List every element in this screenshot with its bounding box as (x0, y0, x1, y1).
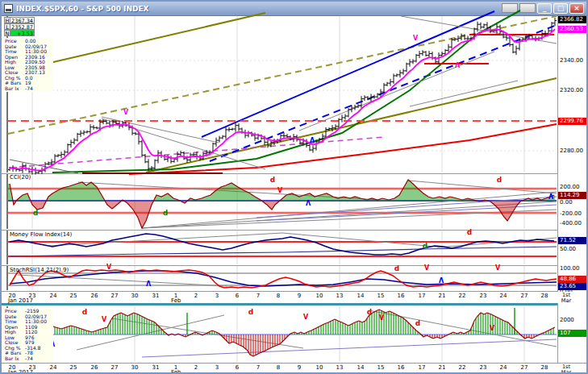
time-axis-bottom[interactable]: 2023242526273031123678910131415161721222… (2, 364, 588, 374)
data-window-main: Price0.00Date02/09/17Time11:30:00Open230… (3, 38, 53, 92)
quote-row: N+3.53 (4, 30, 35, 36)
time-sublabel: Feb (171, 297, 181, 304)
time-tick: 14 (352, 364, 369, 371)
time-tick: 10 (311, 293, 328, 299)
time-tick: 9 (290, 293, 308, 299)
mfi-panel-label: Money Flow Index(14) (10, 231, 72, 238)
time-tick: 31 (147, 364, 165, 371)
time-sublabel: Feb (171, 369, 181, 374)
time-tick: 31 (147, 293, 165, 299)
time-tick: 15 (372, 293, 390, 299)
time-tick: 21 (433, 364, 451, 371)
time-tick: 2 (187, 293, 205, 299)
time-tick: 23 (474, 364, 492, 371)
time-tick: 9 (290, 364, 308, 371)
signal-marker: V (495, 264, 501, 272)
signal-marker: V (424, 264, 430, 272)
signal-marker: d (467, 228, 472, 236)
signal-marker: V (413, 35, 419, 42)
signal-marker: V (277, 187, 283, 194)
signal-marker: V (106, 264, 112, 271)
signal-marker: Λ (310, 137, 315, 144)
signal-marker: V (379, 314, 385, 322)
axis-label: 2340.00 (558, 57, 588, 64)
time-tick: 6 (228, 364, 246, 371)
signal-marker: d (415, 319, 420, 327)
quote-row: H2367.34 (4, 17, 35, 23)
time-axis[interactable]: 2023242526273031123678910131415161721222… (2, 292, 588, 303)
axis-label: -200.00 (558, 210, 588, 218)
time-tick: 21 (433, 293, 451, 299)
price-badge: 2366.82 (558, 16, 588, 23)
time-tick: 28 (536, 364, 553, 371)
time-tick: 13 (331, 364, 348, 371)
time-tick: 23 (474, 293, 492, 299)
time-tick: 22 (453, 364, 471, 371)
time-end-label: 1stMar (558, 364, 574, 374)
time-sublabel: Jan 2017 (8, 297, 33, 304)
axis-label: 100.00 (558, 265, 588, 272)
time-tick: 3 (208, 293, 226, 299)
data-window-bottom: Price-2159Date02/09/17Time11:30:00Open11… (3, 308, 53, 362)
signal-marker: d (248, 308, 253, 316)
stoch-panel-label: StochRSI(14,21(2),9) (10, 267, 69, 273)
signal-marker: d (82, 308, 87, 316)
signal-marker: d (394, 264, 399, 272)
signal-marker: d (163, 209, 168, 217)
axis-label: 0.00 (558, 199, 588, 206)
quote-row: L2352.87 (4, 23, 35, 30)
time-tick: 10 (311, 364, 328, 371)
time-tick: 22 (453, 293, 471, 299)
axis-label: 2000 (558, 317, 588, 324)
chart-canvas[interactable]: VΛVΛdddVΛdΛddVdVVΛΛdΛdVdVdVdV (2, 2, 588, 374)
time-tick: 15 (372, 364, 390, 371)
signal-marker: d (423, 242, 427, 250)
time-tick: 25 (65, 364, 82, 371)
time-tick: 30 (126, 364, 144, 371)
time-tick: 13 (331, 293, 348, 299)
time-tick: 16 (392, 364, 410, 371)
signal-marker: Λ (146, 280, 152, 288)
time-tick: 27 (515, 364, 533, 371)
price-badge: 2299.76 (558, 118, 588, 125)
signal-marker: d (33, 209, 38, 217)
signal-marker: Λ (455, 62, 461, 69)
signal-marker: V (102, 316, 107, 323)
cci-panel-label: CCI(20) (10, 174, 31, 181)
time-tick: 24 (494, 364, 512, 371)
time-tick: 6 (228, 293, 246, 299)
time-tick: 8 (269, 364, 287, 371)
time-tick: 17 (413, 364, 431, 371)
time-tick: 27 (106, 364, 123, 371)
axis-label: 200.00 (558, 184, 588, 191)
time-tick: 26 (85, 364, 103, 371)
signal-marker: d (367, 308, 372, 316)
price-badge: 2360.53 (558, 26, 588, 33)
chart-window: VΛVΛdddVΛdΛddVdVVΛΛdΛdVdVdVdV INDEX.$SPX… (0, 0, 588, 374)
data-window-row: Bar Ix-74 (5, 86, 52, 92)
axis-label: 50.00 (558, 246, 588, 253)
time-tick: 17 (413, 293, 431, 299)
time-tick: 27 (515, 293, 533, 299)
time-tick: 24 (44, 293, 62, 299)
signal-marker: Λ (548, 193, 554, 201)
signal-marker: d (270, 176, 275, 184)
price-badge: 71.52 (558, 237, 588, 244)
time-tick: 27 (106, 293, 123, 299)
price-badge: 114.29 (558, 192, 588, 199)
data-window-row: Bar Ix-74 (5, 356, 52, 362)
quote-box: H2367.34L2352.87N+3.53 (4, 17, 35, 36)
time-end-label: 1stMar (558, 293, 574, 303)
signal-marker: V (123, 109, 129, 116)
time-tick: 26 (85, 293, 103, 299)
axis-label: -400.00 (558, 220, 588, 227)
time-tick: 2 (187, 364, 205, 371)
price-badge: 48.86 (558, 276, 588, 283)
time-tick: 16 (392, 293, 410, 299)
time-tick: 24 (44, 364, 62, 371)
time-tick: 28 (536, 293, 553, 299)
time-tick: 25 (65, 293, 82, 299)
signal-marker: V (303, 314, 309, 321)
axis-label: 2280.00 (558, 148, 588, 155)
time-tick: 7 (249, 293, 267, 299)
